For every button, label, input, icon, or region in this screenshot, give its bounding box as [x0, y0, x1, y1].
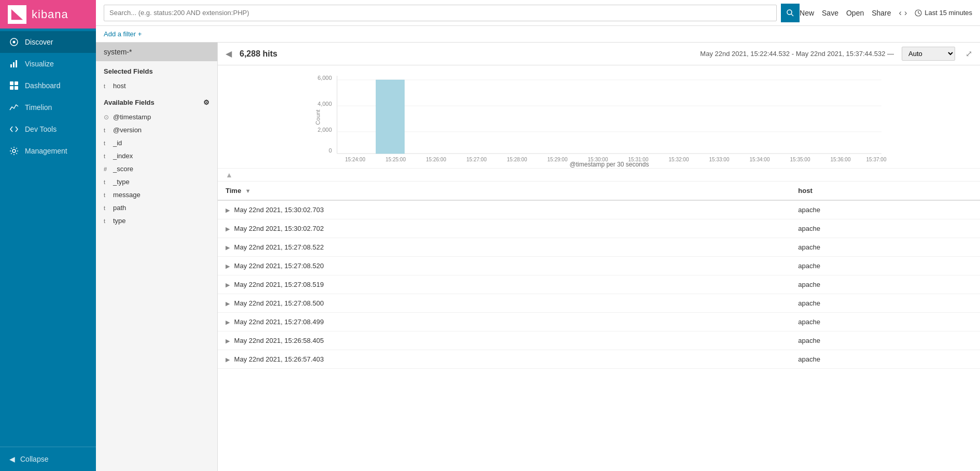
- field-type-t4: t: [104, 153, 109, 159]
- host-cell: apache: [790, 313, 980, 331]
- sidebar-item-discover[interactable]: Discover: [0, 31, 96, 53]
- field-index[interactable]: t _index: [96, 149, 217, 162]
- svg-text:15:25:00: 15:25:00: [386, 157, 406, 162]
- time-cell: ▶ May 22nd 2021, 15:27:08.520: [218, 257, 790, 275]
- time-column-header[interactable]: Time ▼: [218, 182, 790, 200]
- chart-up-icon[interactable]: ▲: [226, 171, 233, 179]
- host-cell: apache: [790, 275, 980, 294]
- sidebar: kibana Discover Visualize Dashboard Time…: [0, 0, 96, 471]
- time-cell: ▶ May 22nd 2021, 15:30:02.702: [218, 219, 790, 238]
- svg-text:15:24:00: 15:24:00: [345, 157, 366, 162]
- collapse-chart-icon[interactable]: ◀: [226, 49, 232, 59]
- chart-container: 6,000 4,000 2,000 0 15:24:00: [218, 65, 980, 169]
- next-arrow[interactable]: ›: [904, 8, 907, 18]
- host-column-header[interactable]: host: [790, 182, 980, 200]
- index-pattern[interactable]: system-*: [96, 43, 217, 61]
- svg-rect-6: [16, 60, 17, 67]
- row-expand-button[interactable]: ▶: [226, 263, 230, 269]
- main-area: New Save Open Share ‹ › Last 15 minutes …: [96, 0, 980, 471]
- interval-select[interactable]: Auto Millisecond Second Minute Hour Day: [902, 47, 955, 61]
- field-timestamp[interactable]: ⊙ @timestamp: [96, 110, 217, 123]
- prev-arrow[interactable]: ‹: [899, 8, 902, 18]
- kibana-logo-text: kibana: [32, 8, 68, 21]
- row-expand-button[interactable]: ▶: [226, 226, 230, 232]
- chart-header: ◀ 6,288 hits May 22nd 2021, 15:22:44.532…: [218, 43, 980, 65]
- svg-line-13: [791, 14, 793, 16]
- field-type-t2: t: [104, 127, 109, 133]
- time-range-label: Last 15 minutes: [925, 9, 972, 17]
- save-button[interactable]: Save: [822, 9, 838, 17]
- row-expand-button[interactable]: ▶: [226, 300, 230, 307]
- sidebar-bottom: ◀ Collapse: [0, 447, 96, 471]
- devtools-label: Dev Tools: [25, 125, 57, 133]
- time-cell: ▶ May 22nd 2021, 15:30:02.703: [218, 200, 790, 219]
- svg-text:15:34:00: 15:34:00: [750, 157, 770, 162]
- timelion-icon: [9, 103, 19, 112]
- sidebar-item-devtools[interactable]: Dev Tools: [0, 118, 96, 140]
- chart-panel: ◀ 6,288 hits May 22nd 2021, 15:22:44.532…: [218, 43, 980, 471]
- svg-rect-26: [376, 80, 404, 154]
- field-type-t6: t: [104, 192, 109, 198]
- time-range-display: May 22nd 2021, 15:22:44.532 - May 22nd 2…: [700, 50, 894, 58]
- row-expand-button[interactable]: ▶: [226, 319, 230, 325]
- selected-field-host[interactable]: t host: [96, 79, 217, 92]
- collapse-label: Collapse: [20, 455, 48, 463]
- field-score[interactable]: # _score: [96, 162, 217, 175]
- row-expand-button[interactable]: ▶: [226, 356, 230, 363]
- gear-icon[interactable]: ⚙: [203, 99, 209, 106]
- time-column-label: Time: [226, 187, 241, 195]
- row-expand-button[interactable]: ▶: [226, 282, 230, 288]
- share-button[interactable]: Share: [872, 9, 891, 17]
- table-row: ▶ May 22nd 2021, 15:27:08.499 apache: [218, 313, 980, 331]
- management-icon: [9, 146, 19, 156]
- field-type[interactable]: t _type: [96, 175, 217, 188]
- svg-text:15:37:00: 15:37:00: [866, 157, 887, 162]
- field-typename[interactable]: t type: [96, 214, 217, 227]
- topbar-left: [104, 4, 800, 22]
- search-button[interactable]: [781, 4, 800, 22]
- svg-text:0: 0: [329, 147, 332, 154]
- row-expand-button[interactable]: ▶: [226, 207, 230, 213]
- table-row: ▶ May 22nd 2021, 15:30:02.702 apache: [218, 219, 980, 238]
- field-message[interactable]: t message: [96, 188, 217, 201]
- field-name-type: _type: [113, 178, 130, 186]
- new-button[interactable]: New: [800, 9, 814, 17]
- field-name-version: @version: [113, 126, 142, 134]
- table-row: ▶ May 22nd 2021, 15:27:08.520 apache: [218, 257, 980, 275]
- time-cell: ▶ May 22nd 2021, 15:27:08.499: [218, 313, 790, 331]
- svg-text:2,000: 2,000: [317, 127, 332, 133]
- svg-point-11: [12, 149, 16, 153]
- row-expand-button[interactable]: ▶: [226, 244, 230, 251]
- sidebar-item-management[interactable]: Management: [0, 140, 96, 162]
- svg-rect-8: [15, 81, 18, 85]
- hits-count: 6,288: [240, 49, 260, 58]
- field-name-message: message: [113, 191, 141, 199]
- sort-icon: ▼: [245, 188, 251, 194]
- sidebar-item-timelion[interactable]: Timelion: [0, 96, 96, 118]
- time-range-selector[interactable]: Last 15 minutes: [915, 9, 972, 17]
- discover-icon: [9, 37, 19, 47]
- field-name-typename: type: [113, 217, 126, 225]
- host-cell: apache: [790, 350, 980, 369]
- field-path[interactable]: t path: [96, 201, 217, 214]
- field-name-index: _index: [113, 152, 133, 160]
- add-filter-button[interactable]: Add a filter +: [104, 30, 142, 38]
- sidebar-item-dashboard[interactable]: Dashboard: [0, 75, 96, 96]
- kibana-logo-icon: [8, 5, 26, 24]
- field-type-t8: t: [104, 218, 109, 224]
- management-label: Management: [25, 147, 67, 155]
- selected-fields-title: Selected Fields: [96, 61, 217, 79]
- time-cell: ▶ May 22nd 2021, 15:27:08.522: [218, 238, 790, 257]
- nav-arrows: ‹ ›: [899, 8, 907, 18]
- host-cell: apache: [790, 294, 980, 313]
- collapse-button[interactable]: ◀ Collapse: [9, 455, 87, 463]
- row-expand-button[interactable]: ▶: [226, 338, 230, 344]
- field-version[interactable]: t @version: [96, 123, 217, 136]
- sidebar-item-visualize[interactable]: Visualize: [0, 53, 96, 75]
- table-row: ▶ May 22nd 2021, 15:27:08.500 apache: [218, 294, 980, 313]
- search-input[interactable]: [104, 5, 777, 21]
- open-button[interactable]: Open: [846, 9, 864, 17]
- expand-chart-icon[interactable]: ⤢: [965, 49, 972, 59]
- field-id[interactable]: t _id: [96, 136, 217, 149]
- field-type-t: t: [104, 83, 109, 89]
